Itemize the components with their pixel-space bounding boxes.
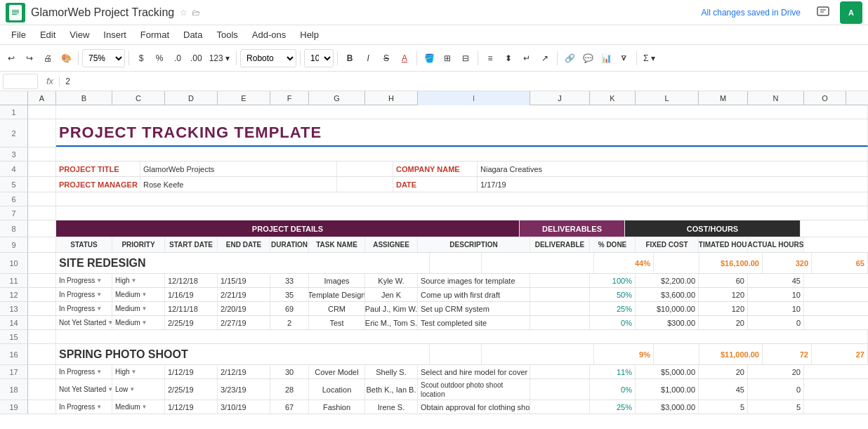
cell-a9[interactable]	[28, 237, 56, 252]
status-dropdown-12[interactable]: In Progress ▼	[59, 291, 102, 298]
cell-b7[interactable]	[56, 206, 868, 220]
priority-dropdown-13[interactable]: Medium ▼	[115, 305, 147, 312]
cell-a18[interactable]	[28, 379, 56, 400]
zoom-select[interactable]: 75% 100%	[82, 49, 125, 67]
col-header-e[interactable]: E	[218, 91, 270, 105]
cell-d9-start[interactable]: START DATE	[165, 237, 218, 252]
account-icon[interactable]: A	[840, 1, 862, 24]
col-header-c[interactable]: C	[112, 91, 165, 105]
cell-j14[interactable]	[530, 316, 590, 329]
filter-button[interactable]: ⛛	[616, 48, 633, 68]
cell-c13-priority[interactable]: Medium ▼	[112, 302, 165, 315]
cell-n13[interactable]: 10	[748, 302, 804, 315]
cell-h14[interactable]: Eric M., Tom S.	[365, 316, 418, 329]
cell-k14-pct[interactable]: 0%	[590, 316, 636, 329]
cell-b4-label[interactable]: PROJECT TITLE	[56, 161, 140, 176]
cell-a15[interactable]	[28, 330, 56, 343]
cell-d17[interactable]: 1/12/19	[165, 365, 218, 378]
cell-h16[interactable]	[430, 344, 482, 364]
cell-m14[interactable]: 20	[699, 316, 748, 329]
status-dropdown-18[interactable]: Not Yet Started ▼	[59, 385, 112, 393]
cell-b5-label[interactable]: PROJECT MANAGER	[56, 177, 140, 192]
cell-k12-pct[interactable]: 50%	[590, 288, 636, 301]
font-color-button[interactable]: A	[396, 48, 413, 68]
cell-d19[interactable]: 1/12/19	[165, 400, 218, 414]
col-header-d[interactable]: D	[165, 91, 218, 105]
col-header-m[interactable]: M	[699, 91, 748, 105]
cell-a12[interactable]	[28, 288, 56, 301]
cell-m16-hours[interactable]: 72	[763, 344, 812, 364]
chart-button[interactable]: 📊	[598, 48, 614, 68]
font-size-select[interactable]: 10 12	[304, 49, 334, 67]
cell-e13[interactable]: 2/20/19	[218, 302, 270, 315]
cell-e11-end[interactable]: 1/15/19	[218, 274, 270, 287]
cell-k8-cost-hours[interactable]: COST/HOURS	[625, 220, 801, 237]
cell-j13[interactable]	[530, 302, 590, 315]
wrap-button[interactable]: ↵	[518, 48, 535, 68]
cell-b9-status[interactable]: STATUS	[56, 237, 112, 252]
cell-c9-priority[interactable]: PRIORITY	[112, 237, 165, 252]
col-header-f[interactable]: F	[270, 91, 309, 105]
cell-l10-cost[interactable]: $16,100.00	[699, 253, 763, 273]
cell-k19-pct[interactable]: 25%	[590, 400, 636, 414]
col-header-b[interactable]: B	[56, 91, 112, 105]
cell-a8[interactable]	[28, 220, 56, 237]
cell-a5[interactable]	[28, 177, 56, 192]
font-select[interactable]: Roboto Arial	[240, 49, 296, 67]
menu-data[interactable]: Data	[178, 28, 208, 41]
cell-c14-priority[interactable]: Medium ▼	[112, 316, 165, 329]
menu-help[interactable]: Help	[294, 28, 324, 41]
cell-g5[interactable]	[337, 177, 393, 192]
cell-f11-duration[interactable]: 33	[270, 274, 309, 287]
cell-f9-duration[interactable]: DURATION	[270, 237, 309, 252]
cell-i17[interactable]: Select and hire model for cover	[418, 365, 530, 378]
cell-e18[interactable]: 3/23/19	[218, 379, 270, 400]
cell-f17[interactable]: 30	[270, 365, 309, 378]
align-button[interactable]: ≡	[482, 48, 499, 68]
cell-a19[interactable]	[28, 400, 56, 414]
cell-j19[interactable]	[530, 400, 590, 414]
cell-d18[interactable]: 2/25/19	[165, 379, 218, 400]
col-header-i[interactable]: I	[418, 91, 530, 105]
cell-g9-task[interactable]: TASK NAME	[309, 237, 365, 252]
italic-button[interactable]: I	[360, 48, 376, 68]
cell-h12[interactable]: Jen K	[365, 288, 418, 301]
cell-j16-pct[interactable]: 9%	[594, 344, 654, 364]
cell-l17[interactable]: $5,000.00	[636, 365, 699, 378]
cell-a6[interactable]	[28, 192, 56, 206]
cell-f14[interactable]: 2	[270, 316, 309, 329]
cell-b13-status[interactable]: In Progress ▼	[56, 302, 112, 315]
cell-b3[interactable]	[56, 147, 868, 161]
cell-b15[interactable]	[56, 330, 868, 343]
status-dropdown-13[interactable]: In Progress ▼	[59, 305, 102, 312]
folder-icon[interactable]: 🗁	[192, 8, 200, 18]
cell-m18[interactable]: 45	[699, 379, 748, 400]
cell-i19[interactable]: Obtain approval for clothing shoot	[418, 400, 530, 414]
cell-a7[interactable]	[28, 206, 56, 220]
cell-c17-priority[interactable]: High ▼	[112, 365, 165, 378]
cell-l18[interactable]: $1,000.00	[636, 379, 699, 400]
menu-edit[interactable]: Edit	[34, 28, 61, 41]
cell-n17[interactable]: 20	[748, 365, 804, 378]
cell-i13[interactable]: Set up CRM system	[418, 302, 530, 315]
col-header-o[interactable]: O	[804, 91, 846, 105]
valign-button[interactable]: ⬍	[500, 48, 517, 68]
cell-n11-actual[interactable]: 45	[748, 274, 804, 287]
cell-j11-deliverable[interactable]	[530, 274, 590, 287]
cell-b18-status[interactable]: Not Yet Started ▼	[56, 379, 112, 400]
cell-g17[interactable]: Cover Model	[309, 365, 365, 378]
cell-a1[interactable]	[28, 105, 56, 119]
cell-l11-cost[interactable]: $2,200.00	[636, 274, 699, 287]
cell-n10-actual[interactable]: 65	[812, 253, 868, 273]
menu-view[interactable]: View	[64, 28, 95, 41]
currency-button[interactable]: $	[133, 48, 150, 68]
merge-button[interactable]: ⊟	[457, 48, 474, 68]
col-header-k[interactable]: K	[590, 91, 636, 105]
cell-a10[interactable]	[28, 253, 56, 273]
cell-m17[interactable]: 20	[699, 365, 748, 378]
link-button[interactable]: 🔗	[561, 48, 578, 68]
cell-k13-pct[interactable]: 25%	[590, 302, 636, 315]
menu-file[interactable]: File	[6, 28, 32, 41]
cell-l14[interactable]: $300.00	[636, 316, 699, 329]
cell-g19[interactable]: Fashion	[309, 400, 365, 414]
